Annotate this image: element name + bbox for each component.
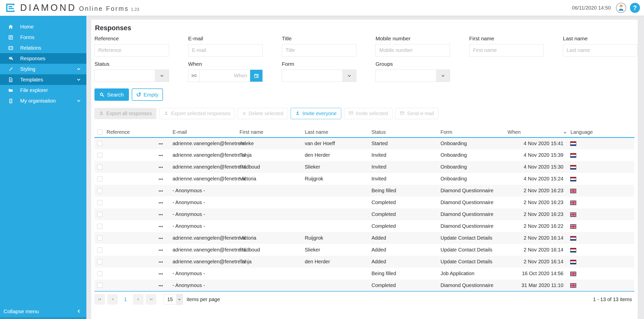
netherlands-flag-icon xyxy=(570,248,576,252)
sidebar-item-home[interactable]: Home xyxy=(0,21,86,32)
row-menu-button[interactable]: ••• xyxy=(159,236,163,240)
column-header-last-name[interactable]: Last name xyxy=(305,127,371,137)
form-select[interactable] xyxy=(282,70,356,82)
row-menu-button[interactable]: ••• xyxy=(159,142,163,146)
table-row[interactable]: ••• adrienne.vanengelen@fenetre.nl Ariek… xyxy=(94,137,634,149)
row-menu-button[interactable]: ••• xyxy=(159,284,163,288)
cell-language xyxy=(570,279,634,291)
sidebar-item-my-organisation[interactable]: My organisation xyxy=(0,95,86,106)
when-operator[interactable]: >= xyxy=(188,70,200,82)
row-checkbox[interactable] xyxy=(97,153,102,158)
collapse-menu-button[interactable]: Collapse menu xyxy=(0,306,86,319)
user-avatar-icon[interactable] xyxy=(616,3,626,13)
last-page-button[interactable] xyxy=(146,294,156,305)
row-menu-button[interactable]: ••• xyxy=(159,201,163,205)
column-header-first-name[interactable]: First name xyxy=(240,127,305,137)
column-header-reference[interactable]: Reference xyxy=(107,127,159,137)
row-checkbox[interactable] xyxy=(97,176,102,181)
row-checkbox[interactable] xyxy=(97,141,102,146)
table-row[interactable]: ••• - Anonymous - Completed Diamond Ques… xyxy=(94,279,634,291)
sidebar-item-relations[interactable]: Relations xyxy=(0,43,86,53)
row-checkbox[interactable] xyxy=(97,188,102,193)
status-select[interactable] xyxy=(94,70,169,82)
table-row[interactable]: ••• - Anonymous - Completed Diamond Ques… xyxy=(94,197,634,208)
row-checkbox[interactable] xyxy=(97,200,102,205)
row-menu-button[interactable]: ••• xyxy=(159,225,163,229)
title-input[interactable] xyxy=(282,44,356,56)
row-checkbox[interactable] xyxy=(97,283,102,288)
mobile-number-input[interactable] xyxy=(376,44,450,56)
table-row[interactable]: ••• adrienne.vanengelen@fenetre.nl Tanja… xyxy=(94,256,634,268)
row-menu-button[interactable]: ••• xyxy=(159,260,163,264)
empty-button[interactable]: ↺ Empty xyxy=(132,88,163,101)
table-row[interactable]: ••• - Anonymous - Completed Diamond Ques… xyxy=(94,208,634,220)
next-page-button[interactable] xyxy=(133,294,144,305)
column-header-when[interactable]: When xyxy=(507,127,570,137)
row-menu-button[interactable]: ••• xyxy=(159,153,163,157)
table-row[interactable]: ••• adrienne.vanengelen@fenetre.nl Radbo… xyxy=(94,244,634,256)
reference-input[interactable] xyxy=(94,44,169,56)
table-row[interactable]: ••• - Anonymous - Being filled Diamond Q… xyxy=(94,185,634,197)
chevron-down-icon[interactable] xyxy=(342,70,356,82)
table-row[interactable]: ••• - Anonymous - Being filled Job Appli… xyxy=(94,268,634,279)
column-header-language[interactable]: Language xyxy=(570,127,634,137)
row-menu-button[interactable]: ••• xyxy=(159,272,163,276)
row-checkbox[interactable] xyxy=(97,259,102,264)
invite-everyone-button[interactable]: Invite everyone xyxy=(291,108,341,119)
sidebar-item-file-explorer[interactable]: File explorer xyxy=(0,85,86,95)
table-row[interactable]: ••• adrienne.vanengelen@fenetre.nl Victo… xyxy=(94,232,634,244)
calendar-button[interactable] xyxy=(250,70,262,82)
sidebar-item-templates[interactable]: Templates xyxy=(0,74,86,85)
current-page-number[interactable]: 1 xyxy=(120,296,131,302)
app-logo[interactable]: DIAMOND Online Forms 1.23 xyxy=(5,2,139,14)
search-button[interactable]: Search xyxy=(94,88,129,101)
column-header-email[interactable]: E-mail xyxy=(173,127,240,137)
row-checkbox[interactable] xyxy=(97,224,102,229)
table-row[interactable]: ••• adrienne.vanengelen@fenetre.nl Victo… xyxy=(94,173,634,185)
sort-descending-icon[interactable] xyxy=(563,130,567,136)
row-checkbox[interactable] xyxy=(97,165,102,170)
cell-language xyxy=(570,244,634,256)
row-checkbox[interactable] xyxy=(97,271,102,276)
groups-select[interactable] xyxy=(376,70,450,82)
help-button[interactable]: ? xyxy=(630,3,640,13)
sidebar-item-responses[interactable]: Responses xyxy=(0,53,86,64)
row-menu-button[interactable]: ••• xyxy=(159,248,163,252)
delete-selected-button[interactable]: ✕ Delete selected xyxy=(238,108,288,119)
table-row[interactable]: ••• adrienne.vanengelen@fenetre.nl Radbo… xyxy=(94,161,634,173)
cell-when: 2 Nov 2020 16:23 xyxy=(507,197,570,208)
first-name-input[interactable] xyxy=(469,44,544,56)
email-input[interactable] xyxy=(188,44,263,56)
table-row[interactable]: ••• - Anonymous - Completed Diamond Ques… xyxy=(94,220,634,232)
groups-label: Groups xyxy=(376,61,450,67)
first-page-button[interactable] xyxy=(94,294,105,305)
row-checkbox[interactable] xyxy=(97,236,102,241)
last-name-input[interactable] xyxy=(563,44,637,56)
export-all-responses-button[interactable]: Export all responses xyxy=(94,108,156,119)
sidebar-item-forms[interactable]: Forms xyxy=(0,32,86,43)
send-e-mail-button[interactable]: Send e-mail xyxy=(395,108,438,119)
chevron-down-icon[interactable] xyxy=(436,70,450,82)
row-checkbox[interactable] xyxy=(97,247,102,252)
x-icon: ✕ xyxy=(242,111,246,116)
bulk-actions-row: Export all responses Export selected res… xyxy=(94,108,634,119)
row-checkbox[interactable] xyxy=(97,212,102,217)
select-all-checkbox[interactable] xyxy=(97,130,102,135)
chevron-down-icon[interactable] xyxy=(155,70,169,82)
when-input[interactable] xyxy=(200,70,250,82)
row-menu-button[interactable]: ••• xyxy=(159,165,163,169)
page-size-select[interactable]: 15 xyxy=(164,294,183,305)
sidebar-item-label: Templates xyxy=(20,77,43,83)
previous-page-button[interactable] xyxy=(107,294,118,305)
table-row[interactable]: ••• adrienne.vanengelen@fenetre.nl Tanja… xyxy=(94,149,634,161)
column-header-form[interactable]: Form xyxy=(440,127,507,137)
sidebar-item-styling[interactable]: Styling xyxy=(0,64,86,74)
sidebar-item-label: Styling xyxy=(20,66,35,72)
cell-form: Diamond Questionnaire xyxy=(440,220,507,232)
export-selected-responses-button[interactable]: Export selected responses xyxy=(159,108,235,119)
row-menu-button[interactable]: ••• xyxy=(159,189,163,193)
invite-selected-button[interactable]: Invite selected xyxy=(344,108,393,119)
row-menu-button[interactable]: ••• xyxy=(159,177,163,181)
row-menu-button[interactable]: ••• xyxy=(159,213,163,217)
column-header-status[interactable]: Status xyxy=(371,127,440,137)
